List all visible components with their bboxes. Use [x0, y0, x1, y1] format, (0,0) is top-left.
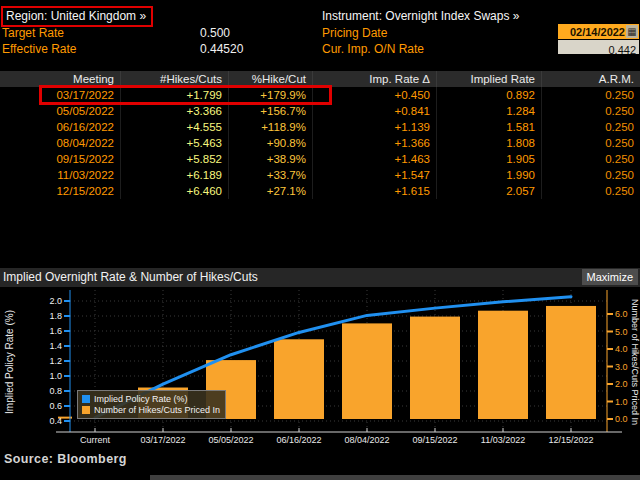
source-attribution: Source: Bloomberg: [4, 452, 127, 466]
cell: 1.581: [436, 119, 541, 135]
column-header-5: A.R.M.: [541, 71, 640, 87]
column-header-4: Implied Rate: [436, 71, 541, 87]
table-row-12/15/2022[interactable]: 12/15/2022+6.460+27.1%+1.6152.0570.250: [0, 183, 640, 199]
legend-label: Number of Hikes/Cuts Priced In: [94, 405, 220, 415]
svg-text:2.0: 2.0: [615, 379, 628, 389]
pricing-date-input[interactable]: [558, 26, 626, 38]
svg-text:0.4: 0.4: [49, 416, 62, 426]
cell: 0.250: [541, 119, 640, 135]
cur-imp-rate-input[interactable]: [558, 43, 639, 57]
cell: 11/03/2022: [0, 167, 120, 183]
svg-text:08/04/2022: 08/04/2022: [344, 435, 389, 445]
cell: +4.555: [120, 119, 228, 135]
cell: +156.7%: [228, 103, 312, 119]
svg-text:Current: Current: [80, 435, 111, 445]
calendar-icon[interactable]: ▦: [626, 25, 638, 38]
cell: 0.250: [541, 87, 640, 103]
legend-label: Implied Policy Rate (%): [94, 394, 188, 404]
cell: 12/15/2022: [0, 183, 120, 199]
cur-imp-rate-label: Cur. Imp. O/N Rate: [322, 42, 424, 56]
svg-text:0.0: 0.0: [615, 414, 628, 424]
chart-title: Implied Overnight Rate & Number of Hikes…: [3, 270, 258, 284]
cell: 08/04/2022: [0, 135, 120, 151]
svg-text:1.8: 1.8: [49, 311, 62, 321]
cell: 0.892: [436, 87, 541, 103]
cell: +0.450: [312, 87, 436, 103]
svg-text:12/15/2022: 12/15/2022: [548, 435, 593, 445]
cell: 09/15/2022: [0, 151, 120, 167]
cell: +6.460: [120, 183, 228, 199]
svg-text:1.6: 1.6: [49, 326, 62, 336]
svg-text:06/16/2022: 06/16/2022: [276, 435, 321, 445]
cell: 0.250: [541, 103, 640, 119]
table-row-06/16/2022[interactable]: 06/16/2022+4.555+118.9%+1.1391.5810.250: [0, 119, 640, 135]
cell: +5.852: [120, 151, 228, 167]
cell: +27.1%: [228, 183, 312, 199]
cur-imp-rate-field[interactable]: [558, 40, 639, 54]
cell: +90.8%: [228, 135, 312, 151]
cell: +1.799: [120, 87, 228, 103]
effective-rate-value: 0.44520: [200, 42, 243, 56]
column-header-0: Meeting: [0, 71, 120, 87]
cell: 2.057: [436, 183, 541, 199]
cell: 05/05/2022: [0, 103, 120, 119]
svg-text:Implied Policy Rate (%): Implied Policy Rate (%): [4, 310, 15, 414]
table-row-11/03/2022[interactable]: 11/03/2022+6.189+33.7%+1.5471.9900.250: [0, 167, 640, 183]
svg-text:0.6: 0.6: [49, 401, 62, 411]
effective-rate-label: Effective Rate: [2, 42, 76, 56]
cell: 06/16/2022: [0, 119, 120, 135]
cell: +1.139: [312, 119, 436, 135]
maximize-button[interactable]: Maximize: [582, 269, 638, 285]
cell: 0.250: [541, 183, 640, 199]
column-header-1: #Hikes/Cuts: [120, 71, 228, 87]
bottom-divider: [150, 475, 640, 480]
target-rate-label: Target Rate: [2, 26, 64, 40]
svg-text:1.2: 1.2: [49, 356, 62, 366]
svg-text:2.0: 2.0: [49, 296, 62, 306]
cell: +1.463: [312, 151, 436, 167]
cell: 1.990: [436, 167, 541, 183]
svg-text:3.0: 3.0: [615, 362, 628, 372]
chart-legend: Implied Policy Rate (%)Number of Hikes/C…: [77, 390, 226, 419]
bloomberg-wirp-screen: Region: United Kingdom » Instrument: Ove…: [0, 0, 640, 480]
svg-text:0.8: 0.8: [49, 386, 62, 396]
cell: +33.7%: [228, 167, 312, 183]
svg-text:05/05/2022: 05/05/2022: [208, 435, 253, 445]
svg-text:Number of Hikes/Cuts Priced In: Number of Hikes/Cuts Priced In: [630, 299, 640, 425]
table-row-09/15/2022[interactable]: 09/15/2022+5.852+38.9%+1.4631.9050.250: [0, 151, 640, 167]
pricing-date-field[interactable]: ▦: [558, 24, 639, 39]
cell: +1.366: [312, 135, 436, 151]
svg-text:1.0: 1.0: [615, 397, 628, 407]
table-row-05/05/2022[interactable]: 05/05/2022+3.366+156.7%+0.8411.2840.250: [0, 103, 640, 119]
cell: +1.615: [312, 183, 436, 199]
cell: 1.808: [436, 135, 541, 151]
cell: 0.250: [541, 135, 640, 151]
cell: +38.9%: [228, 151, 312, 167]
cell: +3.366: [120, 103, 228, 119]
cell: +118.9%: [228, 119, 312, 135]
svg-text:11/03/2022: 11/03/2022: [481, 435, 525, 445]
cell: 1.284: [436, 103, 541, 119]
cell: 1.905: [436, 151, 541, 167]
region-selector[interactable]: Region: United Kingdom »: [1, 6, 153, 27]
cell: +0.841: [312, 103, 436, 119]
cell: 0.250: [541, 151, 640, 167]
cell: +179.9%: [228, 87, 312, 103]
target-rate-value: 0.500: [200, 26, 230, 40]
cell: +1.547: [312, 167, 436, 183]
pricing-date-label: Pricing Date: [322, 26, 387, 40]
table-row-08/04/2022[interactable]: 08/04/2022+5.463+90.8%+1.3661.8080.250: [0, 135, 640, 151]
cell: +6.189: [120, 167, 228, 183]
legend-swatch: [82, 406, 90, 414]
svg-text:03/17/2022: 03/17/2022: [140, 435, 185, 445]
column-header-2: %Hike/Cut: [228, 71, 312, 87]
svg-text:4.0: 4.0: [615, 344, 628, 354]
cell: 03/17/2022: [0, 87, 120, 103]
instrument-selector[interactable]: Instrument: Overnight Index Swaps »: [322, 9, 519, 23]
svg-text:1.4: 1.4: [49, 341, 62, 351]
legend-item: Implied Policy Rate (%): [82, 393, 220, 404]
cell: 0.250: [541, 167, 640, 183]
svg-text:1.0: 1.0: [49, 371, 62, 381]
table-row-03/17/2022[interactable]: 03/17/2022+1.799+179.9%+0.4500.8920.250: [0, 87, 640, 103]
cell: +5.463: [120, 135, 228, 151]
